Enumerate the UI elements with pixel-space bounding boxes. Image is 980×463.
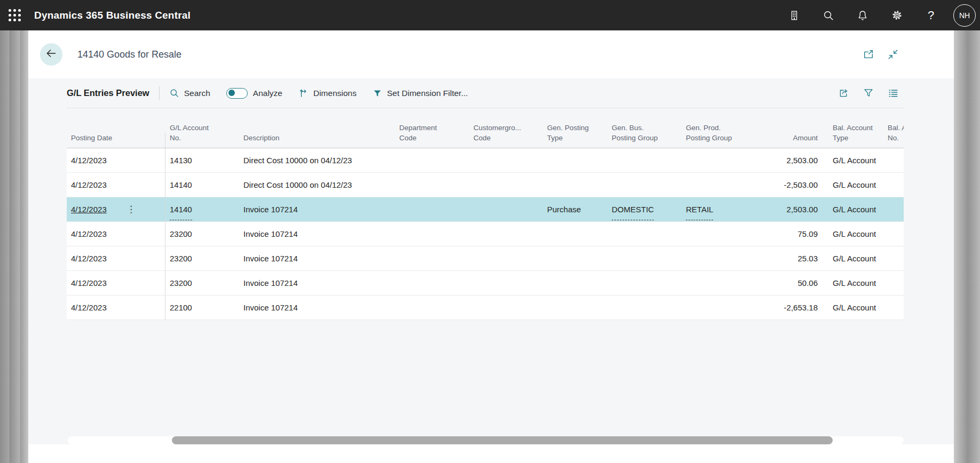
cell-amount[interactable]: 50.06 xyxy=(745,271,822,295)
cell-bal-account-no[interactable] xyxy=(883,222,904,246)
cell-gen-bus-posting-group[interactable] xyxy=(607,173,682,197)
header-description[interactable]: Description xyxy=(239,133,395,148)
cell-customergroup-code[interactable] xyxy=(469,296,543,320)
cell-gl-account-no[interactable]: 14140 xyxy=(165,173,239,197)
cell-bal-account-no[interactable] xyxy=(883,197,904,221)
cell-gl-account-no[interactable]: 14130 xyxy=(165,148,239,172)
analyze-toggle[interactable] xyxy=(226,88,248,99)
cell-bal-account-type[interactable]: G/L Account xyxy=(822,271,883,295)
table-row[interactable]: 4/12/202323200Invoice 10721425.03G/L Acc… xyxy=(67,246,904,271)
search-button[interactable] xyxy=(811,0,845,30)
cell-customergroup-code[interactable] xyxy=(469,173,543,197)
cell-posting-date[interactable]: 4/12/2023 xyxy=(67,296,165,320)
cell-customergroup-code[interactable] xyxy=(469,197,543,221)
table-row[interactable]: 4/12/202322100Invoice 107214-2,653.18G/L… xyxy=(67,296,904,320)
cell-gen-prod-posting-group[interactable] xyxy=(682,271,745,295)
header-customergroup-code[interactable]: Customergro...Code xyxy=(469,123,543,148)
cell-description[interactable]: Invoice 107214 xyxy=(239,271,395,295)
cell-gl-account-no[interactable]: 23200 xyxy=(165,271,239,295)
cell-gl-account-no[interactable]: 22100 xyxy=(165,296,239,320)
header-amount[interactable]: Amount xyxy=(745,133,822,148)
header-department-code[interactable]: DepartmentCode xyxy=(395,123,469,148)
cell-gen-bus-posting-group[interactable] xyxy=(607,246,682,270)
cell-gen-posting-type[interactable] xyxy=(543,148,607,172)
cell-gen-bus-posting-group[interactable] xyxy=(607,296,682,320)
cell-gen-posting-type[interactable] xyxy=(543,271,607,295)
dimensions-tool[interactable]: Dimensions xyxy=(298,88,357,98)
header-posting-date[interactable]: Posting Date xyxy=(67,133,165,148)
cell-customergroup-code[interactable] xyxy=(469,271,543,295)
cell-department-code[interactable] xyxy=(395,148,469,172)
cell-customergroup-code[interactable] xyxy=(469,222,543,246)
cell-gen-bus-posting-group[interactable] xyxy=(607,148,682,172)
cell-department-code[interactable] xyxy=(395,271,469,295)
horizontal-scrollbar-track[interactable] xyxy=(68,436,904,444)
cell-department-code[interactable] xyxy=(395,173,469,197)
cell-description[interactable]: Invoice 107214 xyxy=(239,296,395,320)
cell-posting-date[interactable]: 4/12/2023⋮ xyxy=(67,197,165,221)
user-avatar[interactable]: NH xyxy=(953,4,976,27)
open-in-new-window-icon[interactable] xyxy=(863,49,874,60)
collapse-window-icon[interactable] xyxy=(887,49,899,60)
cell-description[interactable]: Direct Cost 10000 on 04/12/23 xyxy=(239,148,395,172)
header-gen-posting-type[interactable]: Gen. PostingType xyxy=(543,123,607,148)
help-button[interactable]: ? xyxy=(914,0,948,30)
cell-bal-account-type[interactable]: G/L Account xyxy=(822,296,883,320)
cell-posting-date[interactable]: 4/12/2023 xyxy=(67,173,165,197)
cell-gen-prod-posting-group[interactable] xyxy=(682,222,745,246)
table-row[interactable]: 4/12/202323200Invoice 10721450.06G/L Acc… xyxy=(67,271,904,296)
cell-gen-bus-posting-group[interactable] xyxy=(607,222,682,246)
table-row[interactable]: 4/12/2023⋮14140Invoice 107214PurchaseDOM… xyxy=(67,197,904,222)
cell-gen-posting-type[interactable] xyxy=(543,222,607,246)
cell-department-code[interactable] xyxy=(395,197,469,221)
settings-button[interactable] xyxy=(880,0,914,30)
cell-department-code[interactable] xyxy=(395,222,469,246)
cell-gen-prod-posting-group[interactable] xyxy=(682,246,745,270)
cell-bal-account-no[interactable] xyxy=(883,148,904,172)
company-button[interactable] xyxy=(777,0,811,30)
share-icon[interactable] xyxy=(838,87,849,99)
cell-posting-date[interactable]: 4/12/2023 xyxy=(67,271,165,295)
cell-gen-posting-type[interactable]: Purchase xyxy=(543,197,607,221)
cell-gen-prod-posting-group[interactable] xyxy=(682,148,745,172)
cell-amount[interactable]: 2,503.00 xyxy=(745,197,822,221)
row-actions-ellipsis[interactable]: ⋮ xyxy=(127,197,136,221)
cell-bal-account-no[interactable] xyxy=(883,271,904,295)
app-launcher-waffle-icon[interactable] xyxy=(0,0,29,30)
cell-bal-account-no[interactable] xyxy=(883,246,904,270)
cell-description[interactable]: Invoice 107214 xyxy=(239,222,395,246)
cell-gl-account-no[interactable]: 14140 xyxy=(165,197,239,221)
cell-amount[interactable]: 25.03 xyxy=(745,246,822,270)
cell-description[interactable]: Invoice 107214 xyxy=(239,197,395,221)
cell-amount[interactable]: -2,503.00 xyxy=(745,173,822,197)
cell-gen-posting-type[interactable] xyxy=(543,173,607,197)
cell-bal-account-no[interactable] xyxy=(883,173,904,197)
notifications-button[interactable] xyxy=(845,0,880,30)
list-view-icon[interactable] xyxy=(888,87,899,99)
cell-customergroup-code[interactable] xyxy=(469,246,543,270)
search-tool[interactable]: Search xyxy=(169,88,210,98)
set-dimension-filter-tool[interactable]: Set Dimension Filter... xyxy=(373,89,468,98)
cell-gen-bus-posting-group[interactable] xyxy=(607,271,682,295)
header-bal-account-no[interactable]: Bal. AccountNo. xyxy=(883,123,904,148)
cell-bal-account-type[interactable]: G/L Account xyxy=(822,197,883,221)
cell-posting-date[interactable]: 4/12/2023 xyxy=(67,222,165,246)
cell-posting-date[interactable]: 4/12/2023 xyxy=(67,246,165,270)
cell-department-code[interactable] xyxy=(395,246,469,270)
cell-gen-prod-posting-group[interactable] xyxy=(682,296,745,320)
cell-bal-account-no[interactable] xyxy=(883,296,904,320)
cell-bal-account-type[interactable]: G/L Account xyxy=(822,173,883,197)
back-button[interactable] xyxy=(40,43,62,66)
cell-posting-date[interactable]: 4/12/2023 xyxy=(67,148,165,172)
cell-amount[interactable]: 2,503.00 xyxy=(745,148,822,172)
table-row[interactable]: 4/12/202314140Direct Cost 10000 on 04/12… xyxy=(67,173,904,197)
cell-gen-prod-posting-group[interactable]: RETAIL xyxy=(682,197,745,221)
cell-description[interactable]: Direct Cost 10000 on 04/12/23 xyxy=(239,173,395,197)
horizontal-scrollbar-thumb[interactable] xyxy=(172,436,833,444)
cell-department-code[interactable] xyxy=(395,296,469,320)
table-row[interactable]: 4/12/202323200Invoice 10721475.09G/L Acc… xyxy=(67,222,904,246)
cell-description[interactable]: Invoice 107214 xyxy=(239,246,395,270)
cell-gen-posting-type[interactable] xyxy=(543,246,607,270)
cell-amount[interactable]: -2,653.18 xyxy=(745,296,822,320)
header-gen-prod-posting-group[interactable]: Gen. Prod.Posting Group xyxy=(682,123,745,148)
